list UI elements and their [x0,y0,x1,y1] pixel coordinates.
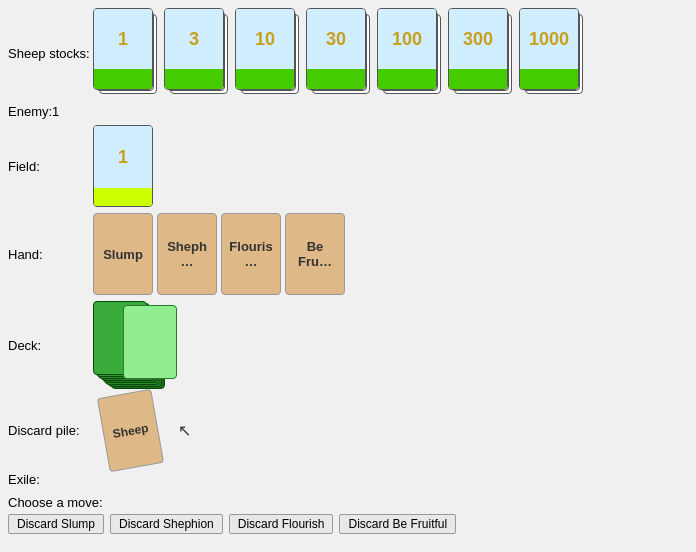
exile-label: Exile: [8,472,93,487]
deck-card-face [123,305,177,379]
hand-label: Hand: [8,247,93,262]
choose-move-label: Choose a move: [8,495,688,510]
card-face-10: 10 [235,8,295,90]
field-card: 1 [93,125,153,207]
card-sky: 30 [307,9,365,69]
cursor-indicator: ↖ [178,421,191,440]
field-card-sky: 1 [94,126,152,188]
discard-be-fruitful-button[interactable]: Discard Be Fruitful [339,514,456,534]
deck-section: Deck: [8,301,688,389]
hand-card-slump: Slump [93,213,153,295]
sheep-stock-card-1000: 1000 [519,8,584,98]
card-grass [165,69,223,89]
sheep-stock-card-100: 100 [377,8,442,98]
sheep-stock-card-1: 1 [93,8,158,98]
discard-flourish-button[interactable]: Discard Flourish [229,514,334,534]
card-sky: 10 [236,9,294,69]
card-sky: 1000 [520,9,578,69]
enemy-section: Enemy: 1 [8,104,688,119]
deck-stack [93,301,183,389]
card-grass [236,69,294,89]
discard-pile-label: Discard pile: [8,423,93,438]
card-face-100: 100 [377,8,437,90]
card-face-300: 300 [448,8,508,90]
card-face-1: 1 [93,8,153,90]
sheep-stock-card-300: 300 [448,8,513,98]
hand-card-befruitful: Be Fru… [285,213,345,295]
card-grass [520,69,578,89]
discard-pile-top-card: Sheep [97,389,164,472]
sheep-stocks-cards: 1 3 10 [93,8,584,98]
exile-section: Exile: [8,472,688,487]
card-grass [378,69,436,89]
hand-cards: Slump Sheph… Flouris… Be Fru… [93,213,345,295]
sheep-stock-card-3: 3 [164,8,229,98]
card-grass [449,69,507,89]
sheep-stock-card-10: 10 [235,8,300,98]
discard-pile-section: Discard pile: Sheep ↖ [8,393,688,468]
field-label: Field: [8,159,93,174]
card-face-1000: 1000 [519,8,579,90]
discard-slump-button[interactable]: Discard Slump [8,514,104,534]
deck-label: Deck: [8,338,93,353]
field-card-grass [94,188,152,206]
hand-card-shephion: Sheph… [157,213,217,295]
card-grass [94,69,152,89]
card-face-30: 30 [306,8,366,90]
sheep-stocks-label: Sheep stocks: [8,46,93,61]
hand-card-flourish: Flouris… [221,213,281,295]
card-sky: 300 [449,9,507,69]
sheep-stock-card-30: 30 [306,8,371,98]
card-face-3: 3 [164,8,224,90]
card-sky: 100 [378,9,436,69]
action-buttons-row: Discard Slump Discard Shephion Discard F… [8,514,688,534]
enemy-value: 1 [52,104,59,119]
card-sky: 1 [94,9,152,69]
card-grass [307,69,365,89]
discard-shephion-button[interactable]: Discard Shephion [110,514,223,534]
field-section: Field: 1 [8,125,688,207]
field-card-value: 1 [118,147,128,168]
card-sky: 3 [165,9,223,69]
choose-move-section: Choose a move: Discard Slump Discard She… [8,495,688,534]
enemy-label: Enemy: [8,104,52,119]
sheep-stocks-section: Sheep stocks: 1 3 [8,8,688,98]
hand-section: Hand: Slump Sheph… Flouris… Be Fru… [8,213,688,295]
